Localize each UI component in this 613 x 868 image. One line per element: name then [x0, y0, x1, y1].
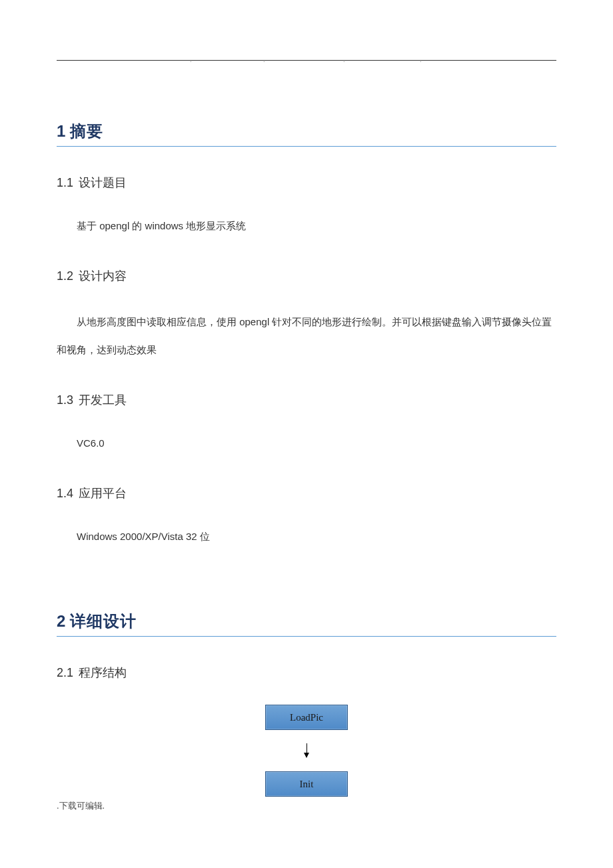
flowchart: LoadPic Init — [57, 705, 556, 797]
heading-1-3: 1.3开发工具 — [57, 392, 556, 408]
heading-1-num: 1 — [57, 122, 66, 140]
header-rule: . . . . — [57, 60, 556, 61]
arrow-down-icon — [303, 743, 310, 758]
heading-1-4-title: 应用平台 — [79, 487, 127, 500]
heading-2-1: 2.1程序结构 — [57, 665, 556, 681]
header-dots: . . . . — [57, 57, 556, 59]
heading-1-1-title: 设计题目 — [79, 176, 127, 189]
heading-1-abstract: 1摘要 — [57, 121, 556, 147]
heading-1-1: 1.1设计题目 — [57, 175, 556, 191]
heading-1-2: 1.2设计内容 — [57, 268, 556, 284]
body-1-3: VC6.0 — [57, 429, 556, 457]
heading-2-title: 详细设计 — [70, 612, 137, 630]
heading-1-3-title: 开发工具 — [79, 393, 127, 407]
heading-1-2-title: 设计内容 — [79, 269, 127, 283]
flow-box-init: Init — [265, 771, 348, 797]
heading-1-4-num: 1.4 — [57, 487, 73, 500]
heading-2-design: 2详细设计 — [57, 611, 556, 637]
body-1-2: 从地形高度图中读取相应信息，使用 opengl 针对不同的地形进行绘制。并可以根… — [57, 308, 556, 364]
flow-box-loadpic: LoadPic — [265, 705, 348, 730]
heading-1-4: 1.4应用平台 — [57, 485, 556, 501]
body-1-1: 基于 opengl 的 windows 地形显示系统 — [57, 212, 556, 240]
heading-1-1-num: 1.1 — [57, 176, 73, 189]
body-1-4: Windows 2000/XP/Vista 32 位 — [57, 523, 556, 551]
footer-text: .下载可编辑. — [57, 800, 105, 812]
heading-1-3-num: 1.3 — [57, 393, 73, 407]
heading-2-1-title: 程序结构 — [79, 666, 127, 679]
heading-1-2-num: 1.2 — [57, 269, 73, 283]
heading-1-title: 摘要 — [70, 122, 103, 140]
heading-2-num: 2 — [57, 612, 66, 630]
heading-2-1-num: 2.1 — [57, 666, 73, 679]
